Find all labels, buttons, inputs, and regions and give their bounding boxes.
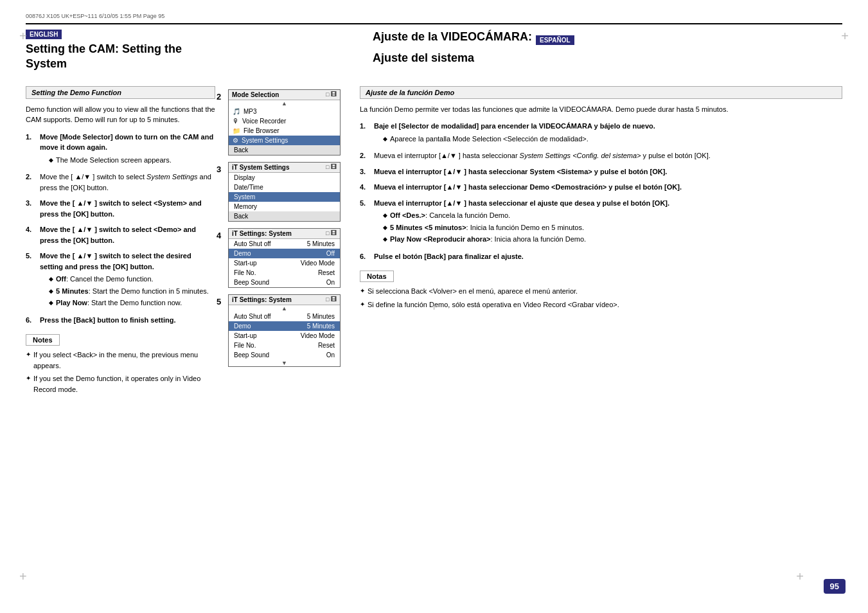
step-5-bullet-2: 5 Minutes: Start the Demo function in 5 … bbox=[49, 286, 215, 297]
right-step-4: 4. Mueva el interruptor [▲/▼ ] hasta sel… bbox=[360, 182, 842, 193]
screen-5-title: iT Settings: System bbox=[232, 296, 292, 303]
right-subtitle: Ajuste del sistema bbox=[373, 51, 842, 66]
screen-4-title: iT Settings: System bbox=[232, 230, 292, 237]
right-step-content-1: Baje el [Selector de modalidad] para enc… bbox=[374, 121, 842, 145]
right-step-5-bullet-3: Play Now <Reproducir ahora>: Inicia ahor… bbox=[383, 234, 842, 245]
system-icon: ⚙ bbox=[233, 137, 238, 144]
screen-5-beep: Beep SoundOn bbox=[229, 350, 340, 360]
step-content-2: Move the [ ▲/▼ ] switch to select System… bbox=[40, 172, 215, 193]
screen-2-header: Mode Selection □ 🎞 bbox=[229, 90, 340, 100]
right-step-content-5: Mueva el interruptor [▲/▼ ] hasta selecc… bbox=[374, 198, 842, 246]
right-step-1: 1. Baje el [Selector de modalidad] para … bbox=[360, 121, 842, 145]
screen-4-wrapper: 4 iT Settings: System □ 🎞 Auto Shut off5… bbox=[228, 228, 347, 288]
right-step-2-italic: System Settings <Config. del sistema> bbox=[520, 152, 641, 159]
step-num-2: 2. bbox=[26, 172, 36, 193]
screen-5-demo: Demo5 Minutes bbox=[229, 321, 340, 331]
center-screens-col: 2 Mode Selection □ 🎞 ▲ 🎵 MP3 🎙 Voice Rec… bbox=[228, 86, 347, 398]
left-step-5: 5. Move the [ ▲/▼ ] switch to select the… bbox=[26, 251, 215, 310]
screen-2-row-mp3: 🎵 MP3 bbox=[229, 107, 340, 116]
file-icon: 📁 bbox=[233, 127, 240, 134]
right-step-3-bold: Mueva el interruptor [▲/▼ ] hasta selecc… bbox=[374, 168, 667, 175]
right-step-content-4: Mueva el interruptor [▲/▼ ] hasta selecc… bbox=[374, 182, 842, 193]
voice-icon: 🎙 bbox=[233, 118, 239, 125]
left-intro: Demo function will allow you to view all… bbox=[26, 104, 215, 125]
step-1-bold: Move [Mode Selector] down to turn on the… bbox=[40, 133, 213, 152]
header-right: Ajuste de la VIDEOCÁMARA: ESPAÑOL Ajuste… bbox=[373, 30, 842, 78]
screen-5-autoshut: Auto Shut off5 Minutes bbox=[229, 312, 340, 321]
right-step-3: 3. Mueva el interruptor [▲/▼ ] hasta sel… bbox=[360, 166, 842, 177]
lang-badge-english: ENGLISH bbox=[26, 30, 62, 39]
step-4-bold: Move the [ ▲/▼ ] switch to select <Demo>… bbox=[40, 226, 196, 244]
step-content-3: Move the [ ▲/▼ ] switch to select <Syste… bbox=[40, 198, 215, 219]
screen-num-4: 4 bbox=[217, 231, 221, 240]
screen-2-wrapper: 2 Mode Selection □ 🎞 ▲ 🎵 MP3 🎙 Voice Rec… bbox=[228, 89, 347, 155]
screen-2-icons: □ 🎞 bbox=[326, 91, 337, 98]
screen-5-icons: □ 🎞 bbox=[326, 296, 337, 303]
system-label: System Settings bbox=[242, 137, 288, 144]
screen-3-system: System bbox=[229, 192, 340, 202]
screen-5-wrapper: 5 iT Settings: System □ 🎞 ▲ Auto Shut of… bbox=[228, 294, 347, 367]
right-step-content-3: Mueva el interruptor [▲/▼ ] hasta selecc… bbox=[374, 166, 842, 177]
right-section-header: Ajuste de la función Demo bbox=[360, 86, 842, 99]
screen-4-demo: DemoOff bbox=[229, 249, 340, 258]
left-note-1: If you select <Back> in the menu, the pr… bbox=[26, 350, 215, 371]
voice-label: Voice Recorder bbox=[242, 118, 286, 125]
step-num-6: 6. bbox=[26, 315, 36, 326]
screen-num-2: 2 bbox=[217, 92, 221, 102]
screen-2-row-file: 📁 File Browser bbox=[229, 126, 340, 136]
step-content-5: Move the [ ▲/▼ ] switch to select the de… bbox=[40, 251, 215, 310]
step-num-5: 5. bbox=[26, 251, 36, 310]
step-1-bullets: The Mode Selection screen appears. bbox=[40, 155, 215, 166]
step-num-1: 1. bbox=[26, 132, 36, 167]
crosshair-bottom-left: + bbox=[19, 569, 27, 584]
left-main-title: Setting the CAM: Setting the System bbox=[26, 42, 215, 72]
right-step-2: 2. Mueva el interruptor [▲/▼ ] hasta sel… bbox=[360, 150, 842, 161]
page-container: 00876J X105 UK+ESP~111 6/10/05 1:55 PM P… bbox=[0, 0, 868, 613]
step-2-italic: System Settings bbox=[146, 173, 197, 181]
screen-4: iT Settings: System □ 🎞 Auto Shut off5 M… bbox=[228, 228, 341, 288]
left-step-1: 1. Move [Mode Selector] down to turn on … bbox=[26, 132, 215, 167]
right-step-5-bold: Mueva el interruptor [▲/▼ ] hasta selecc… bbox=[374, 199, 669, 207]
right-step-1-bold: Baje el [Selector de modalidad] para enc… bbox=[374, 122, 655, 130]
screen-3: iT System Settings □ 🎞 Display Date/Time… bbox=[228, 162, 341, 222]
screen-num-3: 3 bbox=[217, 164, 221, 174]
screen-5: iT Settings: System □ 🎞 ▲ Auto Shut off5… bbox=[228, 294, 341, 367]
left-steps-list: 1. Move [Mode Selector] down to turn on … bbox=[26, 132, 215, 326]
screen-3-wrapper: 3 iT System Settings □ 🎞 Display Date/Ti… bbox=[228, 162, 347, 222]
crosshair-bottom-right: + bbox=[796, 569, 804, 584]
right-step-1-bullet-1: Aparece la pantalla Mode Selection <Sele… bbox=[383, 134, 842, 145]
left-notes-box: Notes If you select <Back> in the menu, … bbox=[26, 334, 215, 395]
crosshair-top-left: + bbox=[19, 29, 27, 44]
screen-4-beep: Beep SoundOn bbox=[229, 278, 340, 287]
right-step-5-bullet-2: 5 Minutes <5 minutos>: Inicia la función… bbox=[383, 222, 842, 233]
left-text-col: Setting the Demo Function Demo function … bbox=[26, 86, 215, 398]
right-step-1-bullets: Aparece la pantalla Mode Selection <Sele… bbox=[374, 134, 842, 145]
header-spacer bbox=[235, 30, 353, 78]
screen-4-autoshut: Auto Shut off5 Minutes bbox=[229, 239, 340, 249]
right-step-content-6: Pulse el botón [Back] para finalizar el … bbox=[374, 251, 842, 262]
mp3-label: MP3 bbox=[244, 108, 257, 115]
step-5-bold: Move the [ ▲/▼ ] switch to select the de… bbox=[40, 252, 191, 271]
left-step-2: 2. Move the [ ▲/▼ ] switch to select Sys… bbox=[26, 172, 215, 193]
screen-num-5: 5 bbox=[217, 297, 221, 306]
right-intro: La función Demo permite ver todas las fu… bbox=[360, 104, 842, 115]
right-step-num-1: 1. bbox=[360, 121, 370, 145]
main-layout: Setting the Demo Function Demo function … bbox=[26, 86, 842, 398]
step-num-4: 4. bbox=[26, 224, 36, 245]
step-5-bullet-3: Play Now: Start the Demo function now. bbox=[49, 298, 215, 308]
page-header-meta: 00876J X105 UK+ESP~111 6/10/05 1:55 PM P… bbox=[26, 13, 842, 19]
step-content-1: Move [Mode Selector] down to turn on the… bbox=[40, 132, 215, 167]
step-6-bold: Press the [Back] button to finish settin… bbox=[40, 316, 175, 324]
screen-3-datetime: Date/Time bbox=[229, 182, 340, 192]
left-notes-label: Notes bbox=[26, 334, 60, 346]
screen-3-memory: Memory bbox=[229, 202, 340, 211]
screen-3-back: Back bbox=[229, 211, 340, 221]
screen-2-back: Back bbox=[229, 145, 340, 155]
right-step-num-2: 2. bbox=[360, 150, 370, 161]
screen-4-fileno: File No.Reset bbox=[229, 268, 340, 278]
header-section: ENGLISH Setting the CAM: Setting the Sys… bbox=[26, 30, 842, 78]
screen-5-header: iT Settings: System □ 🎞 bbox=[229, 295, 340, 305]
right-step-5-bullets: Off <Des.>: Cancela la función Demo. 5 M… bbox=[374, 210, 842, 245]
right-step-5: 5. Mueva el interruptor [▲/▼ ] hasta sel… bbox=[360, 198, 842, 246]
mp3-icon: 🎵 bbox=[233, 108, 240, 115]
